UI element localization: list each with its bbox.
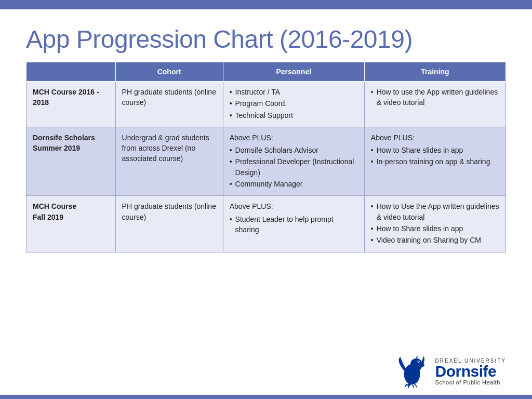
personnel-bullet: Community Manager (230, 179, 358, 189)
top-bar (0, 0, 532, 9)
row-personnel: Instructor / TAProgram Coord.Technical S… (223, 82, 364, 127)
row-cohort: PH graduate students (online course) (115, 82, 223, 127)
training-bullet: How to Share slides in app (371, 223, 499, 234)
row-personnel: Above PLUS:Student Leader to help prompt… (223, 196, 364, 252)
training-bullet: Video training on Sharing by CM (371, 235, 499, 245)
training-bullet: In-person training on app & sharing (371, 156, 499, 167)
personnel-bullet: Instructor / TA (230, 87, 358, 97)
col-header-training: Training (364, 62, 506, 82)
drexel-dornsife-label: Dornsife (435, 364, 497, 379)
drexel-school-label: School of Public Health (435, 379, 500, 385)
personnel-bullet: Professional Developer (Instructional De… (230, 156, 358, 178)
training-bullet: How to use the App written guidelines & … (371, 87, 499, 108)
col-header-empty (26, 62, 116, 82)
table-row: MCH Course 2016 -2018PH graduate student… (26, 82, 506, 127)
row-title: Dornsife ScholarsSummer 2019 (26, 127, 116, 195)
drexel-text-block: DREXEL UNIVERSITY Dornsife School of Pub… (435, 358, 506, 385)
drexel-logo-area: DREXEL UNIVERSITY Dornsife School of Pub… (394, 353, 506, 390)
personnel-bullet: Dornsife Scholars Advisor (230, 145, 358, 155)
personnel-bullet: Student Leader to help prompt sharing (230, 214, 358, 235)
svg-point-4 (418, 361, 419, 362)
row-cohort: PH graduate students (online course) (115, 196, 223, 252)
row-title: MCH CourseFall 2019 (26, 196, 116, 252)
row-personnel: Above PLUS:Dornsife Scholars AdvisorProf… (223, 127, 364, 195)
row-cohort: Undergrad & grad students from across Dr… (115, 127, 223, 195)
row-training: Above PLUS:How to Share slides in appIn-… (364, 127, 506, 195)
personnel-bullet: Program Coord. (230, 98, 358, 109)
col-header-cohort: Cohort (115, 62, 223, 82)
table-row: Dornsife ScholarsSummer 2019Undergrad & … (26, 127, 506, 195)
bottom-bar (0, 395, 532, 399)
table-row: MCH CourseFall 2019PH graduate students … (26, 196, 506, 252)
page-title: App Progression Chart (2016-2019) (26, 25, 506, 54)
training-bullet: How to Use the App written guidelines & … (371, 201, 499, 222)
main-content: App Progression Chart (2016-2019) Cohort… (0, 9, 532, 263)
row-title: MCH Course 2016 -2018 (26, 82, 116, 127)
personnel-bullet: Technical Support (230, 110, 358, 121)
row-training: How to Use the App written guidelines & … (364, 196, 506, 252)
progression-table: Cohort Personnel Training MCH Course 201… (26, 62, 506, 252)
row-training: How to use the App written guidelines & … (364, 82, 506, 127)
drexel-dragon-icon (394, 353, 430, 390)
training-bullet: How to Share slides in app (371, 145, 499, 155)
col-header-personnel: Personnel (223, 62, 364, 82)
